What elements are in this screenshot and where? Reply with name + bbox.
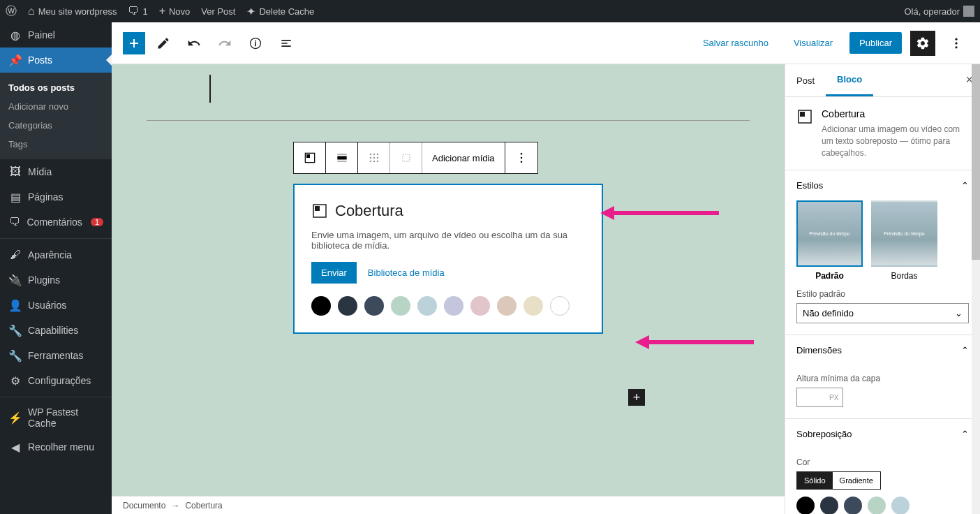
editor-canvas[interactable]: Adicionar mídia Cobertura Envie uma imag…	[112, 64, 785, 514]
default-style-label: Estilo padrão	[796, 289, 969, 299]
dimensions-panel-toggle[interactable]: Dimensões⌃	[785, 335, 980, 365]
sidebar-appearance[interactable]: 🖌Aparência	[0, 242, 112, 267]
avatar	[963, 6, 974, 17]
edit-mode-button[interactable]	[151, 31, 176, 56]
comments-link[interactable]: 🗨1	[128, 5, 147, 17]
post-title-input[interactable]	[147, 64, 750, 113]
add-block-inline-button[interactable]: +	[628, 389, 645, 406]
tab-post[interactable]: Post	[785, 64, 826, 96]
sidebar-media[interactable]: 🖾Mídia	[0, 159, 112, 184]
color-swatch[interactable]	[391, 296, 410, 316]
overlay-panel-toggle[interactable]: Sobreposição⌃	[785, 419, 980, 449]
submenu-tags[interactable]: Tags	[0, 135, 112, 154]
overlay-color-swatch[interactable]	[868, 497, 886, 514]
color-swatch[interactable]	[417, 296, 437, 316]
delete-cache-link[interactable]: ✦Delete Cache	[246, 5, 314, 18]
more-options-button[interactable]	[944, 31, 969, 56]
color-label: Cor	[796, 457, 969, 467]
new-link[interactable]: +Novo	[159, 5, 191, 17]
color-swatch[interactable]	[524, 296, 543, 316]
upload-button[interactable]: Enviar	[311, 262, 357, 284]
fullheight-button[interactable]	[390, 142, 422, 173]
add-block-button[interactable]	[123, 32, 145, 54]
undo-button[interactable]	[181, 31, 207, 56]
color-swatch[interactable]	[364, 296, 384, 316]
media-library-link[interactable]: Biblioteca de mídia	[368, 267, 445, 278]
my-account[interactable]: Olá, operador	[905, 6, 975, 17]
view-post-link[interactable]: Ver Post	[201, 6, 235, 17]
annotation-arrow-1	[600, 204, 719, 225]
settings-icon: ⚙	[8, 374, 22, 388]
style-borders[interactable]: Bordas	[871, 200, 937, 281]
breadcrumb-block[interactable]: Cobertura	[185, 501, 222, 511]
tools-icon: 🔧	[8, 348, 22, 362]
overlay-color-swatches	[796, 497, 969, 514]
solid-button[interactable]: Sólido	[797, 472, 833, 489]
sidebar-tools[interactable]: 🔧Ferramentas	[0, 343, 112, 368]
inspector-scrollbar[interactable]	[972, 64, 980, 514]
sidebar-dashboard[interactable]: ◍Painel	[0, 22, 112, 47]
preview-button[interactable]: Visualizar	[785, 34, 841, 52]
content-position-button[interactable]	[358, 142, 390, 173]
block-breadcrumb: Documento → Cobertura	[112, 496, 785, 514]
cache-icon: ⚡	[8, 411, 22, 425]
sidebar-collapse[interactable]: ◀Recolher menu	[0, 434, 112, 460]
color-swatch[interactable]	[497, 296, 517, 316]
save-draft-button[interactable]: Salvar rascunho	[695, 34, 777, 52]
submenu-add-new[interactable]: Adicionar novo	[0, 97, 112, 116]
info-button[interactable]	[243, 31, 268, 56]
submenu-categories[interactable]: Categorias	[0, 116, 112, 135]
sidebar-pages[interactable]: ▤Páginas	[0, 184, 112, 210]
cover-block-placeholder: Cobertura Envie uma imagem, um arquivo d…	[293, 184, 603, 334]
breadcrumb-doc[interactable]: Documento	[123, 501, 165, 511]
tab-block[interactable]: Bloco	[826, 64, 873, 96]
sidebar-posts[interactable]: 📌Posts	[0, 47, 112, 73]
publish-button[interactable]: Publicar	[849, 32, 902, 54]
svg-point-10	[373, 157, 375, 159]
style-default[interactable]: Padrão	[796, 200, 863, 281]
site-link[interactable]: ⌂Meu site wordpress	[28, 5, 117, 17]
svg-rect-21	[800, 112, 805, 117]
sidebar-settings[interactable]: ⚙Configurações	[0, 368, 112, 393]
overlay-color-swatch[interactable]	[844, 497, 862, 514]
svg-point-12	[369, 161, 371, 163]
block-more-button[interactable]	[505, 142, 537, 173]
svg-rect-19	[315, 206, 320, 211]
block-type-button[interactable]	[294, 142, 326, 173]
cover-description: Envie uma imagem, um arquivo de vídeo ou…	[311, 230, 585, 251]
chevron-up-icon: ⌃	[961, 429, 969, 439]
overlay-panel: Sobreposição⌃ Cor Sólido Gradiente	[785, 418, 980, 514]
svg-rect-5	[306, 154, 310, 158]
color-swatch[interactable]	[470, 296, 490, 316]
overlay-color-swatch[interactable]	[891, 497, 910, 514]
outline-button[interactable]	[274, 31, 299, 56]
add-media-button[interactable]: Adicionar mídia	[422, 142, 505, 173]
sidebar-comments[interactable]: 🗨Comentários1	[0, 210, 112, 235]
min-height-input[interactable]: PX	[796, 388, 843, 407]
block-toolbar: Adicionar mídia	[293, 142, 538, 174]
gradient-button[interactable]: Gradiente	[833, 472, 880, 489]
styles-panel-toggle[interactable]: Estilos⌃	[785, 170, 980, 200]
align-button[interactable]	[326, 142, 358, 173]
submenu-all-posts[interactable]: Todos os posts	[0, 78, 112, 97]
dashboard-icon: ◍	[8, 28, 22, 42]
color-swatch[interactable]	[550, 296, 570, 316]
sidebar-users[interactable]: 👤Usuários	[0, 293, 112, 318]
color-swatch[interactable]	[311, 296, 331, 316]
color-swatch[interactable]	[444, 296, 463, 316]
default-style-select[interactable]: Não definido⌄	[796, 303, 969, 323]
wp-logo[interactable]: ⓦ	[6, 4, 17, 19]
svg-point-8	[376, 154, 378, 156]
overlay-color-swatch[interactable]	[796, 497, 815, 514]
sidebar-wpfc[interactable]: ⚡WP Fastest Cache	[0, 401, 112, 434]
sidebar-capabilities[interactable]: 🔧Capabilities	[0, 318, 112, 343]
settings-toggle-button[interactable]	[910, 31, 935, 56]
svg-point-7	[373, 154, 375, 156]
styles-panel: Estilos⌃ Padrão Bordas Estilo padrão Não…	[785, 170, 980, 335]
overlay-color-swatch[interactable]	[820, 497, 838, 514]
sidebar-plugins[interactable]: 🔌Plugins	[0, 267, 112, 293]
inspector-panel: Post Bloco × Cobertura Adicionar uma ima…	[785, 64, 980, 514]
dimensions-panel: Dimensões⌃ Altura mínima da capa PX	[785, 335, 980, 418]
redo-button[interactable]	[212, 31, 237, 56]
color-swatch[interactable]	[338, 296, 357, 316]
